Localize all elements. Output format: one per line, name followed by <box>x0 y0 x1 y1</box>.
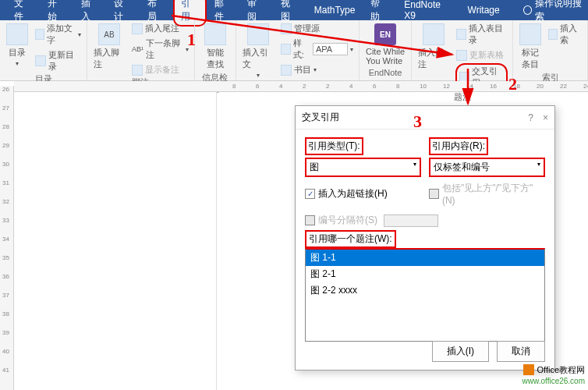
include-above-label: 包括"见上方"/"见下方"(N) <box>442 182 545 206</box>
hyperlink-checkbox[interactable] <box>305 189 315 199</box>
update-table-button[interactable]: 更新表格 <box>455 48 508 62</box>
insert-caption-button[interactable]: 插入题注 <box>416 22 451 72</box>
separator-checkbox <box>305 215 315 225</box>
lightbulb-icon <box>523 5 532 15</box>
insert-index-button[interactable]: 插入索 <box>547 22 583 47</box>
caption-icon <box>423 23 445 45</box>
manage-sources-icon <box>281 23 292 34</box>
insert-citation-button[interactable]: 插入引文 ▾ <box>241 22 275 80</box>
separator-input <box>384 214 438 227</box>
cite-while-write-button[interactable]: EN Cite While You Write <box>364 22 406 67</box>
tab-mathtype[interactable]: MathType <box>306 2 363 19</box>
next-footnote-button[interactable]: AB¹下一条脚注▾ <box>131 37 190 62</box>
document-area[interactable] <box>14 92 217 390</box>
annotation-3: 3 <box>413 112 422 132</box>
tab-writage[interactable]: Writage <box>460 2 508 19</box>
watermark-name: Office教程网 <box>537 364 585 376</box>
smart-lookup-icon <box>204 23 226 45</box>
ref-content-select[interactable]: 仅标签和编号▾ <box>429 158 545 177</box>
smart-lookup-button[interactable]: 智能 查找 <box>203 22 228 72</box>
close-button[interactable]: × <box>543 112 548 123</box>
ref-type-label: 引用类型(T): <box>305 137 363 155</box>
group-toc: 目录 ▾ 添加文字▾ 更新目录 目录 <box>0 20 87 80</box>
insert-index-icon <box>548 29 558 40</box>
list-item[interactable]: 图 1-1 <box>306 250 544 266</box>
group-label: 题注 <box>454 91 471 105</box>
group-captions: 插入题注 插入表目录 更新表格 交叉引用 题注 <box>412 20 513 80</box>
insert-footnote-button[interactable]: AB 插入脚注 <box>92 22 126 72</box>
help-button[interactable]: ? <box>528 112 533 123</box>
group-label: EndNote <box>369 68 402 79</box>
which-caption-label: 引用哪一个题注(W): <box>305 230 396 248</box>
toc-button[interactable]: 目录 ▾ <box>5 22 30 69</box>
separator-label: 编号分隔符(S) <box>318 214 377 227</box>
mark-entry-button[interactable]: 标记 条目 <box>518 22 543 72</box>
style-icon <box>281 44 291 55</box>
include-above-checkbox <box>429 189 439 199</box>
citation-icon <box>247 23 269 45</box>
mark-entry-icon <box>519 23 541 45</box>
style-select[interactable]: 样式: APA▾ <box>280 37 354 62</box>
chevron-down-icon: ▾ <box>16 60 19 67</box>
ribbon-bar: 目录 ▾ 添加文字▾ 更新目录 目录 AB 插入脚注 插入尾注 AB¹下一条脚注… <box>0 20 588 81</box>
endnote-icon <box>132 23 143 34</box>
group-citations: 插入引文 ▾ 管理源 样式: APA▾ 书目▾ 引文与书目 <box>236 20 360 80</box>
list-item[interactable]: 图 2-2 xxxx <box>306 282 544 299</box>
cancel-button[interactable]: 取消 <box>497 341 545 362</box>
annotation-2: 2 <box>508 74 517 94</box>
list-item[interactable]: 图 2-1 <box>306 266 544 282</box>
ref-type-select[interactable]: 图▾ <box>305 158 421 177</box>
ribbon-tabs: 文件 开始 插入 设计 布局 引用 邮件 审阅 视图 MathType 帮助 E… <box>0 0 588 20</box>
watermark-logo-icon <box>523 364 534 375</box>
manage-sources-button[interactable]: 管理源 <box>280 22 354 35</box>
horizontal-ruler: 864224681012141618202224 <box>14 81 588 92</box>
hyperlink-label: 插入为超链接(H) <box>318 187 388 200</box>
group-endnote: EN Cite While You Write EndNote <box>360 20 412 80</box>
insert-button[interactable]: 插入(I) <box>432 341 489 362</box>
dialog-titlebar: 交叉引用 ? × <box>296 106 554 129</box>
group-index: 标记 条目 插入索 索引 <box>513 20 588 80</box>
watermark-url: www.office26.com <box>522 377 585 385</box>
watermark: Office教程网 www.office26.com <box>522 364 585 386</box>
toc-icon <box>6 23 28 45</box>
footnote-icon: AB <box>98 23 120 45</box>
biblio-icon <box>281 65 292 76</box>
table-figures-icon <box>456 29 466 40</box>
vertical-ruler: 26272829303132333435363738394041 <box>0 86 14 390</box>
group-research: 智能 查找 信息检索 <box>195 20 236 80</box>
update-icon <box>35 55 46 66</box>
add-text-icon <box>35 29 44 40</box>
annotation-1: 1 <box>187 30 196 50</box>
update-table-icon <box>456 50 467 61</box>
bibliography-button[interactable]: 书目▾ <box>280 63 354 76</box>
chevron-down-icon: ▾ <box>537 161 540 174</box>
update-toc-button[interactable]: 更新目录 <box>34 48 82 73</box>
chevron-down-icon: ▾ <box>413 161 416 174</box>
group-footnotes: AB 插入脚注 插入尾注 AB¹下一条脚注▾ 显示备注 脚注 <box>87 20 195 80</box>
insert-endnote-button[interactable]: 插入尾注 <box>131 22 190 35</box>
dialog-title: 交叉引用 <box>302 111 339 124</box>
show-notes-icon <box>132 65 143 76</box>
cross-reference-dialog: 交叉引用 ? × 引用类型(T): 图▾ 引用内容(R): 仅标签和编号▾ 插入… <box>295 105 555 370</box>
add-text-button[interactable]: 添加文字▾ <box>34 22 82 47</box>
endnote-badge-icon: EN <box>374 23 396 45</box>
caption-listbox[interactable]: 图 1-1 图 2-1 图 2-2 xxxx <box>305 248 545 342</box>
ref-content-label: 引用内容(R): <box>429 137 488 155</box>
show-notes-button[interactable]: 显示备注 <box>131 63 190 76</box>
insert-table-figures-button[interactable]: 插入表目录 <box>455 22 508 47</box>
chevron-down-icon: ▾ <box>257 72 260 79</box>
